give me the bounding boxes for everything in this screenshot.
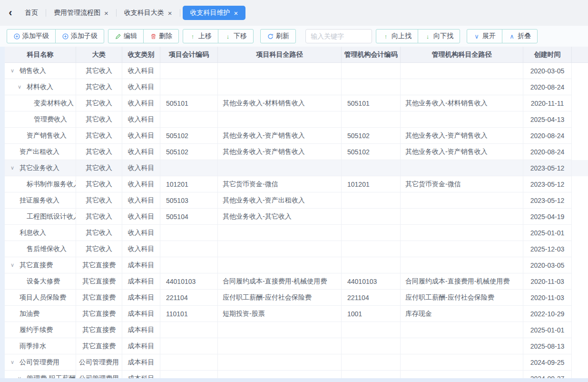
cell-type: 收入科目 (122, 209, 160, 225)
cell-proj_code (160, 354, 218, 371)
tab-label: 费用管理流程图 (54, 9, 100, 17)
table-row[interactable]: 工程图纸设计收入其它收入收入科目505104其他业务收入-其它收入2025-04… (5, 209, 588, 225)
button-label: 展开 (482, 32, 496, 40)
tree-expand-icon[interactable]: ∨ (10, 359, 20, 365)
table-row[interactable]: ∨其它直接费其它直接费成本科目2020-03-05 (5, 257, 588, 273)
subject-name: 挂证服务收入 (20, 196, 59, 205)
cell-proj_path (218, 63, 342, 79)
cell-mgmt_path (401, 241, 523, 257)
tab-close-icon[interactable]: × (234, 10, 238, 17)
cell-mgmt_code (342, 79, 401, 95)
collapse-button[interactable]: ∧折叠 (502, 29, 538, 43)
add-child-button[interactable]: 添加子级 (55, 29, 104, 43)
cell-created: 2020-11-03 (523, 273, 572, 290)
tab-subject-category[interactable]: 收支科目大类× (117, 6, 180, 20)
subject-name: 雨季排水 (20, 342, 46, 351)
column-header-mgmt_code: 管理机构会计编码 (342, 47, 401, 62)
horizontal-scrollbar[interactable] (0, 378, 588, 382)
cell-proj_path: 其他业务收入-材料销售收入 (218, 95, 342, 111)
back-chevron-icon[interactable]: ‹ (4, 8, 17, 18)
table-row[interactable]: 变卖材料收入其它收入收入科目505101其他业务收入-材料销售收入505101其… (5, 95, 588, 111)
cell-proj_code (160, 241, 218, 257)
table-row[interactable]: ∨材料收入其它收入收入科目2020-08-24 (5, 79, 588, 95)
table-row[interactable]: 项目人员保险费其它直接费成本科目221104应付职工薪酬-应付社会保险费2211… (5, 290, 588, 306)
table-row[interactable]: 设备大修费其它直接费成本科目44010103合同履约成本-直接费用-机械使用费4… (5, 273, 588, 290)
subject-name: 资产销售收入 (27, 131, 67, 140)
find-down-button[interactable]: ↓向下找 (418, 29, 460, 43)
row-gutter (572, 225, 588, 241)
cell-proj_path: 合同履约成本-直接费用-机械使用费 (218, 273, 342, 290)
tab-close-icon[interactable]: × (104, 10, 108, 17)
cell-mgmt_path (401, 354, 523, 371)
subject-name: 设备大修费 (27, 277, 60, 286)
row-gutter (572, 290, 588, 306)
row-gutter (572, 192, 588, 209)
cell-name: ∨其它业务收入 (5, 160, 76, 176)
cell-created: 2020-08-24 (523, 79, 572, 95)
tab-close-icon[interactable]: × (168, 10, 172, 17)
header-gutter (572, 47, 588, 62)
tree-indent (10, 87, 18, 87)
tree-expand-icon[interactable]: ∨ (10, 68, 20, 74)
tree-expand-icon[interactable]: ∨ (10, 262, 20, 268)
cell-name: ∨公司管理费用 (5, 354, 76, 371)
table-row[interactable]: 履约手续费其它直接费成本科目2025-01-01 (5, 322, 588, 338)
cell-mgmt_code: 101201 (342, 176, 401, 192)
subject-name: 公司管理费用 (20, 358, 59, 367)
edit-button[interactable]: 编辑 (108, 29, 144, 43)
cell-proj_path (218, 79, 342, 95)
tab-subject-maintain[interactable]: 收支科目维护× (183, 6, 246, 20)
cell-category: 其它收入 (76, 79, 122, 95)
button-label: 下移 (234, 32, 247, 40)
cell-name: 利息收入 (5, 225, 76, 241)
table-row[interactable]: 挂证服务收入其它收入收入科目505103其他业务收入-资产出租收入2023-05… (5, 192, 588, 209)
cell-proj_path: 其他业务收入-资产销售收入 (218, 144, 342, 160)
cell-category: 其它直接费 (76, 338, 122, 354)
table-row[interactable]: ∨销售收入其它收入收入科目2020-03-05 (5, 63, 588, 79)
cell-name: 标书制作服务收入 (5, 176, 76, 192)
cell-proj_code: 505101 (160, 95, 218, 111)
table-row[interactable]: 加油费其它直接费成本科目110101短期投资-股票1001库存现金2022-10… (5, 306, 588, 322)
move-down-button[interactable]: ↓下移 (218, 29, 254, 43)
table-row[interactable]: 标书制作服务收入其它收入收入科目101201其它货币资金-微信101201其它货… (5, 176, 588, 192)
table-row[interactable]: 雨季排水其它直接费成本科目2025-08-13 (5, 338, 588, 354)
tab-home[interactable]: 首页 (17, 6, 46, 20)
cell-type: 收入科目 (122, 128, 160, 144)
table-row[interactable]: ∨公司管理费用公司管理费用成本科目2024-09-25 (5, 354, 588, 371)
cell-mgmt_code (342, 257, 401, 273)
cell-name: 管理费收入 (5, 111, 76, 128)
table-row[interactable]: 售后维保收入其它收入收入科目2025-12-03 (5, 241, 588, 257)
search-input[interactable] (305, 29, 372, 43)
add-sibling-button[interactable]: 添加平级 (7, 29, 56, 43)
table-row[interactable]: 资产销售收入其它收入收入科目505102其他业务收入-资产销售收入505102其… (5, 128, 588, 144)
cell-created: 2020-08-24 (523, 144, 572, 160)
row-gutter (572, 306, 588, 322)
cell-proj_code (160, 160, 218, 176)
tree-expand-icon[interactable]: ∨ (18, 84, 27, 90)
move-up-button[interactable]: ↑上移 (183, 29, 218, 43)
tab-expense-flow[interactable]: 费用管理流程图× (46, 6, 116, 20)
subject-name: 标书制作服务收入 (27, 180, 76, 189)
cell-mgmt_code (342, 338, 401, 354)
cell-type: 收入科目 (122, 79, 160, 95)
toolbar: 添加平级添加子级编辑删除↑上移↓下移刷新↑向上找↓向下找∨展开∧折叠 (0, 26, 588, 47)
cell-type: 成本科目 (122, 290, 160, 306)
tree-expand-icon[interactable]: ∨ (10, 165, 20, 171)
cell-mgmt_code (342, 322, 401, 338)
find-up-button[interactable]: ↑向上找 (376, 29, 418, 43)
circle-plus-icon (13, 33, 20, 40)
delete-button[interactable]: 删除 (143, 29, 179, 43)
cell-created: 2020-11-03 (523, 290, 572, 306)
cell-proj_path (218, 322, 342, 338)
table-row[interactable]: 管理费收入其它收入收入科目2025-04-13 (5, 111, 588, 128)
row-gutter (572, 273, 588, 290)
cell-created: 2025-08-13 (523, 338, 572, 354)
open-tabs: 首页费用管理流程图×收支科目大类×收支科目维护× (17, 6, 248, 20)
expand-button[interactable]: ∨展开 (467, 29, 502, 43)
table-row[interactable]: ∨其它业务收入其它收入收入科目2023-05-12 (5, 160, 588, 176)
subject-name: 变卖材料收入 (34, 99, 74, 108)
cell-category: 其它直接费 (76, 257, 122, 273)
refresh-button[interactable]: 刷新 (260, 29, 296, 43)
table-row[interactable]: 资产出租收入其它收入收入科目505102其他业务收入-资产销售收入505102其… (5, 144, 588, 160)
table-row[interactable]: 利息收入其它收入收入科目2025-01-01 (5, 225, 588, 241)
